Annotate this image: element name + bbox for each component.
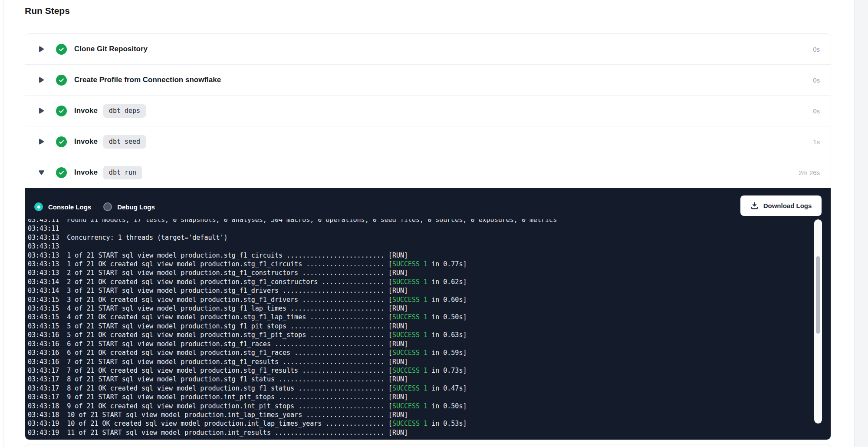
log-line: 03:43:18 9 of 21 OK created sql view mod… [28, 402, 811, 411]
log-line: 03:43:16 7 of 21 START sql view model pr… [28, 358, 811, 366]
log-tab[interactable]: Debug Logs [103, 202, 155, 211]
log-line: 03:43:13 1 of 21 START sql view model pr… [28, 251, 811, 260]
log-panel: Console Logs Debug Logs Download Logs 03… [25, 188, 831, 440]
log-line: 03:43:18 10 of 21 START sql view model p… [28, 411, 811, 419]
log-line: 03:43:14 3 of 21 START sql view model pr… [28, 286, 811, 295]
step-command-badge: dbt deps [103, 104, 146, 118]
log-line: 03:43:15 4 of 21 START sql view model pr… [28, 304, 811, 313]
console-log-output[interactable]: 03:43:11 Found 21 models, 17 tests, 0 sn… [25, 219, 811, 439]
run-steps-card: Clone Git Repository 0s Create Profile f… [25, 33, 831, 440]
step-command-badge: dbt seed [103, 135, 146, 149]
log-line: 03:43:15 5 of 21 START sql view model pr… [28, 322, 811, 331]
log-line: 03:43:19 10 of 21 OK created sql view mo… [28, 419, 811, 428]
step-duration: 2m 26s [799, 169, 820, 176]
log-line: 03:43:15 3 of 21 OK created sql view mod… [28, 295, 811, 304]
log-line: 03:43:17 8 of 21 START sql view model pr… [28, 375, 811, 384]
log-scrollbar-thumb[interactable] [816, 256, 820, 334]
log-line: 03:43:13 1 of 21 OK created sql view mod… [28, 260, 811, 268]
log-line: 03:43:13 2 of 21 START sql view model pr… [28, 268, 811, 277]
step-row-5[interactable]: Invoke dbt run 2m 26s [25, 157, 831, 188]
expand-chevron-icon[interactable] [38, 170, 45, 175]
log-tabs: Console Logs Debug Logs [34, 202, 155, 211]
step-duration: 0s [813, 46, 820, 53]
success-check-icon [56, 44, 67, 55]
log-line: 03:43:17 7 of 21 OK created sql view mod… [28, 366, 811, 375]
log-line: 03:43:11 Found 21 models, 17 tests, 0 sn… [28, 219, 811, 224]
step-label: Invoke [74, 137, 98, 146]
next-section-edge [25, 444, 831, 447]
radio-icon[interactable] [103, 202, 112, 211]
log-line: 03:43:15 4 of 21 OK created sql view mod… [28, 313, 811, 321]
step-duration: 1s [813, 138, 820, 146]
log-line: 03:43:17 9 of 21 START sql view model pr… [28, 393, 811, 401]
expand-chevron-icon[interactable] [38, 138, 45, 145]
log-content: 03:43:11 Found 21 models, 17 tests, 0 sn… [25, 219, 811, 437]
log-line: 03:43:13 [28, 242, 811, 251]
download-logs-label: Download Logs [763, 202, 812, 209]
download-icon [750, 202, 759, 210]
step-label: Invoke [74, 168, 98, 177]
log-tab[interactable]: Console Logs [34, 202, 91, 211]
step-row-3[interactable]: Invoke dbt deps 0s [25, 96, 831, 126]
page-title: Run Steps [25, 6, 70, 16]
log-scrollbar[interactable] [814, 219, 822, 424]
run-steps-list: Clone Git Repository 0s Create Profile f… [25, 34, 831, 188]
success-check-icon [56, 75, 67, 86]
left-divider [3, 0, 4, 447]
success-check-icon [56, 167, 67, 178]
success-check-icon [56, 136, 67, 147]
download-logs-button[interactable]: Download Logs [740, 195, 822, 216]
log-line: 03:43:13 Concurrency: 1 threads (target=… [28, 233, 811, 242]
step-row-4[interactable]: Invoke dbt seed 1s [25, 126, 831, 157]
step-label: Clone Git Repository [74, 45, 148, 53]
log-line: 03:43:11 [28, 224, 811, 233]
step-row-1[interactable]: Clone Git Repository 0s [25, 34, 831, 65]
log-line: 03:43:17 8 of 21 OK created sql view mod… [28, 384, 811, 393]
step-command-badge: dbt run [103, 166, 142, 179]
log-tab-label: Debug Logs [117, 203, 155, 211]
log-line: 03:43:14 2 of 21 OK created sql view mod… [28, 278, 811, 286]
step-duration: 0s [813, 76, 820, 84]
log-line: 03:43:19 11 of 21 START sql view model p… [28, 428, 811, 437]
log-line: 03:43:16 6 of 21 START sql view model pr… [28, 340, 811, 348]
log-line: 03:43:16 6 of 21 OK created sql view mod… [28, 348, 811, 357]
log-tab-label: Console Logs [48, 203, 91, 211]
log-line: 03:43:16 5 of 21 OK created sql view mod… [28, 331, 811, 339]
step-label: Invoke [74, 106, 98, 115]
step-duration: 0s [813, 107, 820, 115]
radio-icon[interactable] [34, 202, 43, 211]
step-label: Create Profile from Connection snowflake [74, 76, 221, 84]
step-row-2[interactable]: Create Profile from Connection snowflake… [25, 65, 831, 96]
success-check-icon [56, 106, 67, 116]
expand-chevron-icon[interactable] [38, 46, 45, 53]
expand-chevron-icon[interactable] [38, 107, 45, 114]
expand-chevron-icon[interactable] [38, 76, 45, 83]
right-gutter [854, 0, 868, 447]
